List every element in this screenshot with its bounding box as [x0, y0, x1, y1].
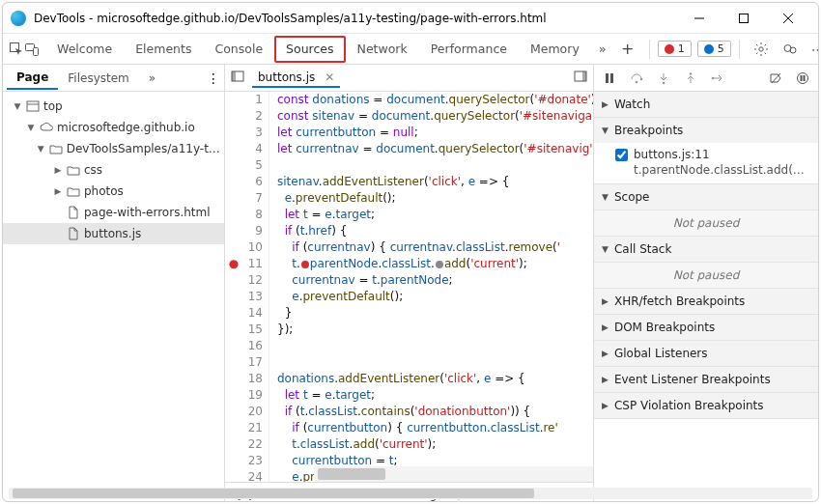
device-emulation-icon[interactable] — [24, 36, 40, 63]
panel-tab-welcome[interactable]: Welcome — [45, 34, 124, 65]
line-number[interactable]: 13 — [242, 289, 263, 305]
tree-item-css[interactable]: ▶css — [3, 159, 224, 181]
section-csp[interactable]: ▶CSP Violation Breakpoints — [594, 393, 818, 418]
code-line[interactable] — [277, 157, 593, 174]
window-minimize-button[interactable] — [677, 3, 722, 34]
deactivate-breakpoints-icon[interactable] — [764, 67, 787, 90]
pause-script-icon[interactable] — [598, 67, 621, 90]
more-tabs-button[interactable]: » — [591, 42, 614, 56]
feedback-icon[interactable] — [777, 36, 804, 63]
editor-file-tab[interactable]: buttons.js ✕ — [252, 69, 340, 88]
code-line[interactable]: if (t.classList.contains('donationbutton… — [277, 404, 593, 420]
tree-item-photos[interactable]: ▶photos — [3, 181, 224, 202]
panel-tab-network[interactable]: Network — [346, 34, 419, 65]
breakpoint-gutter[interactable] — [225, 207, 242, 223]
code-line[interactable]: donations.addEventListener('click', e =>… — [277, 371, 593, 387]
line-number[interactable]: 22 — [242, 436, 263, 453]
panel-tab-performance[interactable]: Performance — [419, 34, 519, 65]
breakpoint-gutter[interactable] — [225, 305, 242, 322]
tree-item-devtoolssamples-a11y-testing[interactable]: ▼DevToolsSamples/a11y-testing — [3, 138, 224, 159]
line-number[interactable]: 21 — [242, 420, 263, 436]
breakpoint-gutter[interactable] — [225, 190, 242, 207]
breakpoint-gutter[interactable]: ● — [225, 256, 242, 272]
breakpoint-gutter[interactable] — [225, 289, 242, 305]
section-breakpoints[interactable]: ▼Breakpoints — [594, 118, 818, 143]
code-line[interactable]: let t = e.target; — [277, 207, 593, 223]
breakpoint-gutter[interactable] — [225, 157, 242, 174]
section-dom[interactable]: ▶DOM Breakpoints — [594, 315, 818, 340]
line-number[interactable]: 18 — [242, 371, 263, 387]
window-horizontal-scrollbar[interactable] — [9, 488, 812, 499]
tree-item-buttons-js[interactable]: buttons.js — [3, 223, 224, 244]
breakpoint-gutter[interactable] — [225, 125, 242, 141]
line-number[interactable]: 2 — [242, 108, 263, 125]
breakpoint-gutter[interactable] — [225, 272, 242, 289]
breakpoint-gutter[interactable] — [225, 469, 242, 482]
breakpoint-gutter[interactable] — [225, 239, 242, 256]
line-number[interactable]: 8 — [242, 207, 263, 223]
line-number[interactable]: 11 — [242, 256, 263, 272]
breakpoint-checkbox[interactable] — [615, 149, 628, 161]
breakpoint-gutter[interactable] — [225, 141, 242, 157]
line-number[interactable]: 1 — [242, 92, 263, 108]
line-number[interactable]: 4 — [242, 141, 263, 157]
line-number[interactable]: 15 — [242, 322, 263, 338]
inspect-element-icon[interactable] — [9, 36, 24, 63]
line-number[interactable]: 6 — [242, 174, 263, 190]
navigator-overflow-icon[interactable]: ⋮ — [207, 70, 220, 86]
breakpoint-gutter[interactable] — [225, 404, 242, 420]
code-line[interactable]: if (t.href) { — [277, 223, 593, 239]
navigator-tab-filesystem[interactable]: Filesystem — [58, 68, 138, 89]
close-file-icon[interactable]: ✕ — [325, 70, 334, 84]
more-options-icon[interactable]: ⋯ — [806, 36, 819, 63]
panel-tab-console[interactable]: Console — [203, 34, 274, 65]
breakpoint-gutter[interactable] — [225, 92, 242, 108]
code-line[interactable]: currentnav = t.parentNode; — [277, 272, 593, 289]
breakpoint-gutter[interactable] — [225, 387, 242, 404]
window-close-button[interactable] — [766, 3, 810, 34]
breakpoint-item[interactable]: buttons.js:11 t.parentNode.classList.add… — [615, 147, 812, 178]
line-number[interactable]: 10 — [242, 239, 263, 256]
breakpoint-gutter[interactable] — [225, 223, 242, 239]
navigator-tab-page[interactable]: Page — [7, 67, 58, 90]
breakpoint-gutter[interactable] — [225, 354, 242, 371]
navigator-more-tabs[interactable]: » — [139, 68, 165, 89]
line-number[interactable]: 19 — [242, 387, 263, 404]
breakpoint-gutter[interactable] — [225, 436, 242, 453]
breakpoint-gutter[interactable] — [225, 108, 242, 125]
tree-item-top[interactable]: ▼top — [3, 96, 224, 117]
line-number[interactable]: 3 — [242, 125, 263, 141]
breakpoint-gutter[interactable] — [225, 453, 242, 469]
tree-item-page-with-errors-html[interactable]: page-with-errors.html — [3, 202, 224, 223]
breakpoint-gutter[interactable] — [225, 371, 242, 387]
code-line[interactable]: if (currentbutton) { currentbutton.class… — [277, 420, 593, 436]
step-into-icon[interactable] — [652, 67, 675, 90]
panel-tab-memory[interactable]: Memory — [519, 34, 591, 65]
code-line[interactable]: let t = e.target; — [277, 387, 593, 404]
section-watch[interactable]: ▶Watch — [594, 92, 818, 117]
editor-horizontal-scrollbar[interactable] — [314, 466, 593, 482]
line-number[interactable]: 12 — [242, 272, 263, 289]
breakpoint-gutter[interactable] — [225, 420, 242, 436]
code-line[interactable]: sitenav.addEventListener('click', e => { — [277, 174, 593, 190]
settings-gear-icon[interactable] — [748, 36, 775, 63]
file-tree[interactable]: ▼top▼microsoftedge.github.io▼DevToolsSam… — [3, 92, 224, 248]
line-number[interactable]: 9 — [242, 223, 263, 239]
new-tab-button[interactable]: + — [614, 36, 641, 63]
line-number[interactable]: 5 — [242, 157, 263, 174]
section-event[interactable]: ▶Event Listener Breakpoints — [594, 367, 818, 392]
section-scope[interactable]: ▼Scope — [594, 184, 818, 210]
code-line[interactable]: t.parentNode.classList.add('current'); — [277, 256, 593, 272]
code-editor[interactable]: ● 12345678910111213141516171819202122232… — [225, 92, 593, 482]
line-number[interactable]: 20 — [242, 404, 263, 420]
code-line[interactable]: if (currentnav) { currentnav.classList.r… — [277, 239, 593, 256]
code-line[interactable]: let currentnav = document.querySelector(… — [277, 141, 593, 157]
code-line[interactable]: const donations = document.querySelector… — [277, 92, 593, 108]
code-line[interactable]: }); — [277, 322, 593, 338]
toggle-debugger-icon[interactable] — [574, 70, 587, 86]
line-number[interactable]: 23 — [242, 453, 263, 469]
panel-tab-sources[interactable]: Sources — [274, 36, 345, 63]
error-count-badge[interactable]: 1 — [658, 41, 692, 57]
code-line[interactable] — [277, 354, 593, 371]
code-line[interactable]: t.classList.add('current'); — [277, 436, 593, 453]
